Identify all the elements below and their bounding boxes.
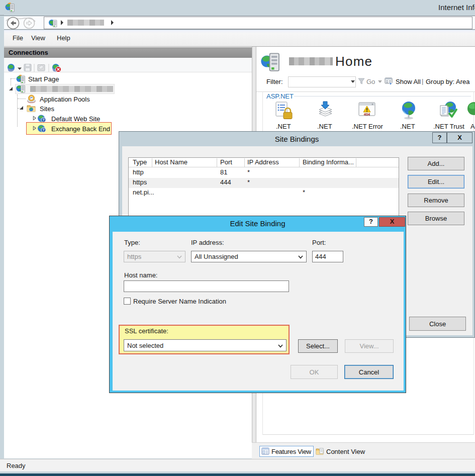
svg-text:404: 404 [364, 112, 370, 117]
